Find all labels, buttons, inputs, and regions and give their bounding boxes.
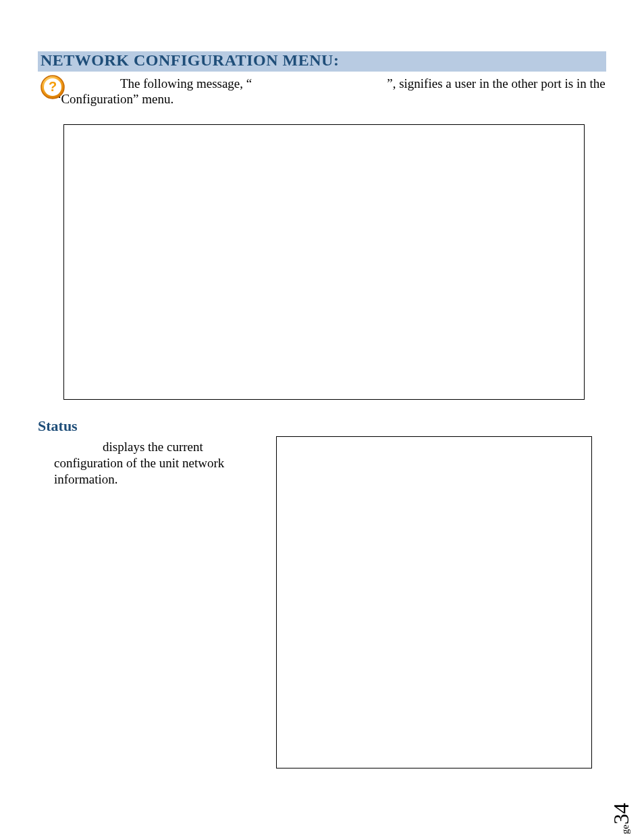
intro-paragraph: The following message, “”, signifies a u…	[55, 76, 606, 108]
status-body: displays the current configuration of th…	[54, 440, 224, 486]
page-label: Page	[620, 825, 630, 834]
intro-part1: The following message, “	[120, 76, 252, 90]
status-paragraph: displays the current configuration of th…	[54, 439, 250, 487]
figure-placeholder-large	[63, 124, 585, 400]
section-heading: NETWORK CONFIGURATION MENU:	[38, 51, 606, 72]
page-number: Page34	[610, 803, 632, 834]
status-subheading: Status	[38, 417, 78, 435]
svg-text:?: ?	[49, 79, 57, 94]
intro-block: ? The following message, “”, signifies a…	[38, 76, 606, 108]
page-number-value: 34	[609, 803, 633, 825]
figure-placeholder-right	[276, 436, 592, 768]
help-icon: ?	[39, 74, 66, 104]
document-page: NETWORK CONFIGURATION MENU: ? The follow…	[0, 0, 644, 834]
